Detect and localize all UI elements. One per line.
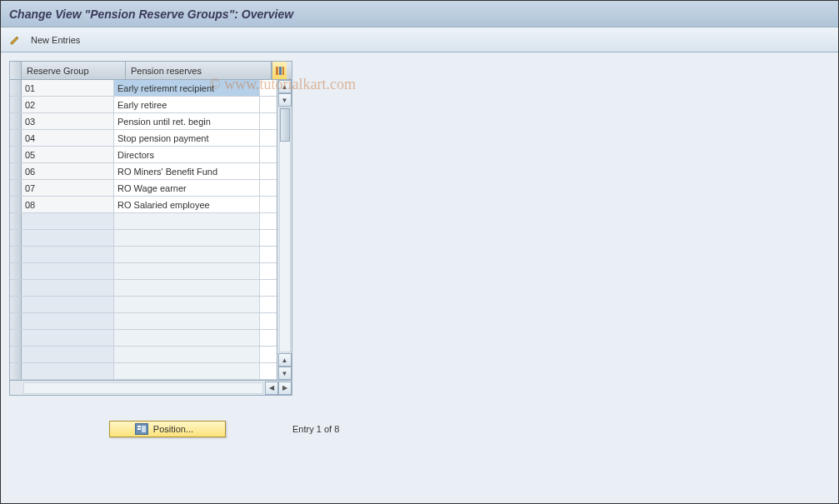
table-row[interactable] (10, 347, 277, 363)
row-selector[interactable] (10, 297, 22, 312)
row-selector[interactable] (10, 330, 22, 346)
hscroll-track[interactable] (23, 382, 263, 394)
row-selector[interactable] (10, 347, 22, 362)
column-header-group[interactable]: Reserve Group (22, 62, 126, 79)
cell-reserves[interactable] (114, 363, 260, 379)
position-button[interactable]: Position... (109, 421, 226, 437)
table-row[interactable]: 05Directors (10, 147, 277, 163)
cell-group[interactable]: 06 (22, 163, 114, 179)
cell-group[interactable] (22, 230, 114, 246)
vertical-scrollbar[interactable]: ▲ ▼ ▲ ▼ (277, 80, 292, 380)
table-row[interactable] (10, 280, 277, 297)
cell-reserves[interactable]: Stop pension payment (114, 130, 260, 146)
table-row[interactable]: 04Stop pension payment (10, 130, 277, 147)
cell-group[interactable] (22, 330, 114, 346)
table-row[interactable] (10, 247, 277, 263)
scroll-right-icon[interactable]: ▶ (278, 382, 292, 395)
cell-reserves[interactable]: RO Miners' Benefit Fund (114, 163, 260, 179)
table-config-icon[interactable] (272, 62, 287, 79)
horizontal-scrollbar[interactable]: ◀ ▶ (10, 380, 292, 395)
cell-group[interactable]: 04 (22, 130, 114, 146)
cell-reserves[interactable]: Directors (114, 147, 260, 162)
table-row[interactable]: 06RO Miners' Benefit Fund (10, 163, 277, 180)
table-row[interactable] (10, 213, 277, 230)
pencil-icon[interactable] (7, 32, 22, 47)
row-selector[interactable] (10, 280, 22, 296)
table-row[interactable]: 02Early retiree (10, 97, 277, 113)
cell-reserves[interactable] (114, 297, 260, 312)
cell-reserves[interactable] (114, 330, 260, 346)
row-selector[interactable] (10, 363, 22, 379)
cell-reserves[interactable]: Early retiremnt recipient (114, 80, 260, 96)
cell-group[interactable] (22, 297, 114, 312)
cell-reserves[interactable] (114, 263, 260, 279)
row-selector[interactable] (10, 213, 22, 229)
cell-reserves[interactable] (114, 313, 260, 329)
table-row[interactable] (10, 230, 277, 247)
scroll-up-icon[interactable]: ▲ (278, 80, 292, 93)
row-selector[interactable] (10, 80, 22, 96)
cell-group[interactable] (22, 363, 114, 379)
scroll-up2-icon[interactable]: ▲ (278, 353, 292, 367)
svg-rect-4 (137, 426, 141, 427)
table-header: Reserve Group Pension reserves (10, 62, 292, 80)
row-selector[interactable] (10, 97, 22, 112)
table-row[interactable] (10, 363, 277, 380)
svg-rect-2 (282, 67, 284, 75)
entry-count-text: Entry 1 of 8 (292, 424, 339, 434)
row-selector[interactable] (10, 130, 22, 146)
position-icon (135, 423, 148, 435)
cell-group[interactable] (22, 263, 114, 279)
table-row[interactable]: 08RO Salaried employee (10, 197, 277, 213)
scroll-left-icon[interactable]: ◀ (265, 382, 278, 395)
cell-reserves[interactable] (114, 230, 260, 246)
row-selector[interactable] (10, 147, 22, 162)
cell-group[interactable]: 05 (22, 147, 114, 162)
cell-group[interactable]: 03 (22, 113, 114, 129)
new-entries-button[interactable]: New Entries (26, 33, 85, 47)
svg-rect-0 (276, 67, 278, 75)
row-selector[interactable] (10, 313, 22, 329)
select-all-handle[interactable] (10, 62, 22, 79)
scroll-down-icon[interactable]: ▼ (278, 93, 292, 107)
row-selector[interactable] (10, 230, 22, 246)
table-row[interactable] (10, 297, 277, 313)
cell-reserves[interactable]: RO Salaried employee (114, 197, 260, 212)
cell-reserves[interactable]: Pension until ret. begin (114, 113, 260, 129)
table-row[interactable]: 03Pension until ret. begin (10, 113, 277, 130)
table-row[interactable] (10, 313, 277, 330)
row-selector[interactable] (10, 247, 22, 262)
vscroll-track[interactable] (279, 107, 291, 352)
content-area: © www.tutorialkart.com Reserve Group Pen… (1, 52, 838, 503)
vscroll-thumb[interactable] (280, 108, 290, 142)
row-selector[interactable] (10, 113, 22, 129)
cell-reserves[interactable] (114, 247, 260, 262)
table-row[interactable] (10, 330, 277, 347)
data-table: Reserve Group Pension reserves 01Early r… (9, 61, 292, 396)
cell-group[interactable]: 08 (22, 197, 114, 212)
cell-group[interactable] (22, 280, 114, 296)
row-selector[interactable] (10, 263, 22, 279)
svg-rect-6 (142, 426, 146, 432)
cell-group[interactable] (22, 247, 114, 262)
cell-reserves[interactable] (114, 347, 260, 362)
row-selector[interactable] (10, 180, 22, 196)
table-row[interactable]: 01Early retiremnt recipient (10, 80, 277, 97)
table-row[interactable] (10, 263, 277, 280)
cell-group[interactable] (22, 213, 114, 229)
cell-group[interactable]: 02 (22, 97, 114, 112)
cell-group[interactable]: 01 (22, 80, 114, 96)
cell-group[interactable] (22, 347, 114, 362)
cell-group[interactable]: 07 (22, 180, 114, 196)
cell-reserves[interactable] (114, 280, 260, 296)
column-header-reserves[interactable]: Pension reserves (126, 62, 272, 79)
table-row[interactable]: 07RO Wage earner (10, 180, 277, 197)
cell-reserves[interactable] (114, 213, 260, 229)
scroll-down2-icon[interactable]: ▼ (278, 367, 292, 380)
cell-reserves[interactable]: RO Wage earner (114, 180, 260, 196)
row-selector[interactable] (10, 163, 22, 179)
cell-group[interactable] (22, 313, 114, 329)
table-body: 01Early retiremnt recipient02Early retir… (10, 80, 277, 380)
row-selector[interactable] (10, 197, 22, 212)
cell-reserves[interactable]: Early retiree (114, 97, 260, 112)
